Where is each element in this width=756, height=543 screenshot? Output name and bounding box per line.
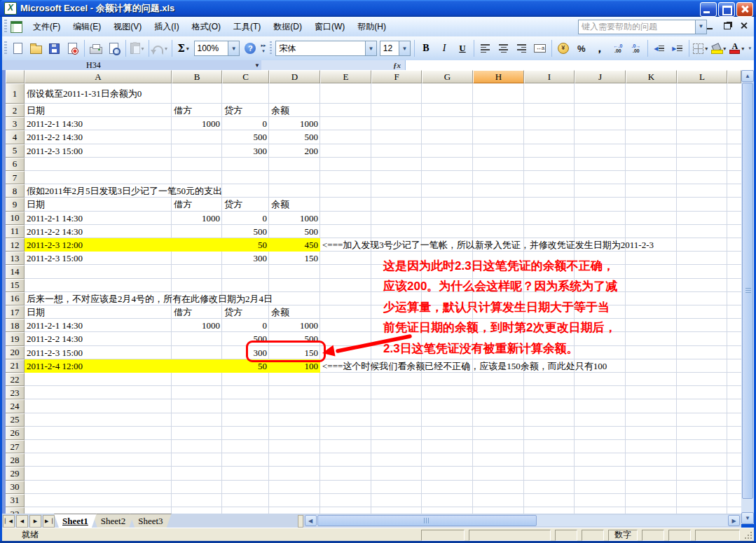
cell-A20[interactable]: 2011-2-3 15:00 xyxy=(27,346,83,359)
window-maximize-button[interactable] xyxy=(718,2,735,17)
row-header-22[interactable]: 22 xyxy=(6,373,25,386)
column-header-partial[interactable] xyxy=(727,70,741,83)
comma-style-button[interactable]: ， xyxy=(591,40,608,57)
column-header-E[interactable]: E xyxy=(320,70,371,83)
percent-style-button[interactable]: % xyxy=(573,40,590,57)
cell-B10[interactable]: 1000 xyxy=(173,212,220,225)
decrease-decimal-button[interactable]: .0→.00 xyxy=(628,40,645,57)
toolbar-options-button[interactable]: ▸▸▾ xyxy=(259,39,267,57)
row-header-27[interactable]: 27 xyxy=(6,440,25,453)
sheet-tab-sheet1[interactable]: Sheet1 xyxy=(54,514,97,528)
last-sheet-button[interactable]: ▶▕ xyxy=(43,515,55,528)
increase-indent-button[interactable]: ▶ xyxy=(669,40,686,57)
cell-A13[interactable]: 2011-2-3 15:00 xyxy=(27,252,83,265)
align-right-button[interactable] xyxy=(514,40,530,57)
new-document-button[interactable] xyxy=(10,40,27,57)
vertical-scrollbar[interactable]: ▲ ▼ xyxy=(741,70,754,524)
row-header-12[interactable]: 12 xyxy=(6,238,25,252)
row-header-1[interactable]: 1 xyxy=(6,83,25,104)
cell-D19[interactable]: 500 xyxy=(270,332,318,345)
cell-A3[interactable]: 2011-2-1 14:30 xyxy=(27,117,83,130)
cell-B18[interactable]: 1000 xyxy=(173,319,220,332)
cell-D18[interactable]: 1000 xyxy=(270,319,318,332)
menu-item-window[interactable]: 窗口(W) xyxy=(308,19,351,34)
cell-B2[interactable]: 借方 xyxy=(174,104,192,117)
currency-style-button[interactable]: ¥ xyxy=(555,40,572,57)
previous-sheet-button[interactable]: ◀ xyxy=(16,515,28,528)
row-header-9[interactable]: 9 xyxy=(6,198,25,211)
cell-C10[interactable]: 0 xyxy=(224,212,267,225)
toolbar-grip[interactable] xyxy=(4,41,7,55)
cell-C21[interactable]: 50 xyxy=(224,359,267,373)
underline-button[interactable]: U xyxy=(454,40,471,57)
paste-button[interactable]: ▾ xyxy=(129,40,146,57)
column-header-D[interactable]: D xyxy=(269,70,320,83)
row-header-31[interactable]: 31 xyxy=(6,494,25,507)
cell-A21[interactable]: 2011-2-4 12:00 xyxy=(27,359,83,373)
cell-C5[interactable]: 300 xyxy=(224,144,267,158)
chevron-down-icon[interactable]: ▼ xyxy=(399,41,410,55)
row-header-29[interactable]: 29 xyxy=(6,467,25,480)
menu-item-insert[interactable]: 插入(I) xyxy=(148,19,185,34)
row-header-10[interactable]: 10 xyxy=(6,212,25,225)
font-size-combo[interactable]: 12 ▼ xyxy=(380,41,411,56)
row-header-30[interactable]: 30 xyxy=(6,481,25,494)
cell-D2[interactable]: 余额 xyxy=(271,104,289,117)
toolbar-options-button[interactable]: ▾ xyxy=(746,39,754,57)
workbook-restore-button[interactable] xyxy=(722,21,733,31)
row-header-7[interactable]: 7 xyxy=(6,171,25,184)
column-header-C[interactable]: C xyxy=(222,70,269,83)
row-header-32[interactable]: 32 xyxy=(6,507,25,514)
help-search-box[interactable]: 键入需要帮助的问题 ▼ xyxy=(578,20,707,34)
increase-decimal-button[interactable]: ←.0.00 xyxy=(610,40,626,57)
scroll-up-button[interactable]: ▲ xyxy=(741,70,754,82)
cell-D9[interactable]: 余额 xyxy=(271,198,289,211)
row-header-15[interactable]: 15 xyxy=(6,279,25,292)
cell-A11[interactable]: 2011-2-2 14:30 xyxy=(27,225,83,238)
row-header-19[interactable]: 19 xyxy=(6,332,25,345)
cell-D13[interactable]: 150 xyxy=(270,252,318,265)
autosum-button[interactable]: Σ▾ xyxy=(175,40,192,57)
row-header-24[interactable]: 24 xyxy=(6,399,25,413)
cell-B3[interactable]: 1000 xyxy=(173,117,220,130)
cell-C19[interactable]: 500 xyxy=(224,332,267,345)
fill-color-button[interactable]: ▾ xyxy=(710,40,727,57)
cell-C2[interactable]: 贷方 xyxy=(224,104,242,117)
cell-C11[interactable]: 500 xyxy=(224,225,267,238)
permission-button[interactable] xyxy=(64,40,81,57)
menu-item-help[interactable]: 帮助(H) xyxy=(351,19,392,34)
cell-C12[interactable]: 50 xyxy=(224,238,267,252)
cell-C3[interactable]: 0 xyxy=(224,117,267,130)
borders-button[interactable]: ▾ xyxy=(692,40,709,57)
cell-C18[interactable]: 0 xyxy=(224,319,267,332)
vertical-scroll-thumb[interactable] xyxy=(742,83,753,499)
workbook-minimize-button[interactable] xyxy=(705,21,716,31)
column-header-G[interactable]: G xyxy=(422,70,473,83)
cell-C9[interactable]: 贷方 xyxy=(224,198,242,211)
scroll-left-button[interactable]: ◀ xyxy=(305,515,317,526)
cell-A8[interactable]: 假如2011年2月5日发现3日少记了一笔50元的支出 xyxy=(27,184,222,198)
menu-item-edit[interactable]: 编辑(E) xyxy=(67,19,107,34)
sheet-tab-sheet2[interactable]: Sheet2 xyxy=(92,514,134,528)
chevron-down-icon[interactable]: ▼ xyxy=(228,41,239,55)
fx-icon[interactable]: ƒx xyxy=(393,61,401,69)
tab-split-handle[interactable] xyxy=(298,515,303,528)
cell-C20[interactable]: 300 xyxy=(224,346,267,359)
row-header-26[interactable]: 26 xyxy=(6,427,25,440)
italic-button[interactable]: I xyxy=(436,40,453,57)
menu-item-file[interactable]: 文件(F) xyxy=(27,19,67,34)
row-header-2[interactable]: 2 xyxy=(6,104,25,117)
column-header-J[interactable]: J xyxy=(575,70,626,83)
cell-A9[interactable]: 日期 xyxy=(27,198,45,211)
scroll-down-button[interactable]: ▼ xyxy=(741,512,754,524)
save-button[interactable] xyxy=(46,40,63,57)
row-header-20[interactable]: 20 xyxy=(6,346,25,359)
scroll-right-button[interactable]: ▶ xyxy=(728,515,740,526)
row-header-5[interactable]: 5 xyxy=(6,144,25,158)
print-preview-button[interactable] xyxy=(106,40,123,57)
help-button[interactable]: ? xyxy=(242,40,259,57)
undo-button[interactable]: ▾ xyxy=(152,40,169,57)
cell-D21[interactable]: 100 xyxy=(270,359,318,373)
row-header-4[interactable]: 4 xyxy=(6,130,25,144)
zoom-combo[interactable]: 100% ▼ xyxy=(194,41,240,56)
